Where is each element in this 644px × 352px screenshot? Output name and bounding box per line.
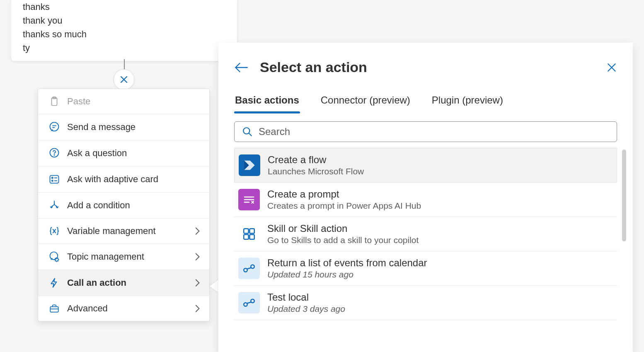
close-icon <box>118 74 130 85</box>
trigger-phrase: thank you <box>23 14 229 27</box>
cloud-flow-icon <box>238 292 260 313</box>
back-button[interactable] <box>234 62 248 73</box>
close-button[interactable] <box>606 62 617 73</box>
chat-icon <box>47 121 61 133</box>
tab-basic-actions[interactable]: Basic actions <box>234 91 300 113</box>
menu-label: Call an action <box>67 277 126 288</box>
menu-label: Advanced <box>67 303 108 314</box>
menu-call-action[interactable]: Call an action <box>38 270 209 296</box>
svg-point-8 <box>54 155 54 155</box>
prompt-icon <box>238 189 260 210</box>
node-context-menu: Paste Send a message Ask a question Ask … <box>38 89 210 321</box>
panel-title: Select an action <box>260 59 595 75</box>
action-subtitle: Launches Microsoft Flow <box>268 166 364 176</box>
action-title: Return a list of events from calendar <box>267 257 427 269</box>
search-box[interactable] <box>234 121 617 142</box>
lightning-icon <box>47 277 61 289</box>
menu-send-message[interactable]: Send a message <box>38 114 209 140</box>
trigger-phrase: thanks <box>23 0 229 14</box>
menu-topic-management[interactable]: Topic management <box>38 244 209 270</box>
tab-plugin[interactable]: Plugin (preview) <box>431 91 504 113</box>
menu-paste[interactable]: Paste <box>38 89 209 114</box>
svg-point-7 <box>50 148 59 157</box>
menu-ask-adaptive-card[interactable]: Ask with adaptive card <box>38 166 209 192</box>
menu-label: Send a message <box>67 122 136 133</box>
action-title: Skill or Skill action <box>267 223 419 234</box>
menu-variable-management[interactable]: Variable management <box>38 218 209 244</box>
close-icon <box>606 62 617 73</box>
chevron-right-icon <box>194 252 200 261</box>
svg-point-4 <box>50 122 59 131</box>
svg-point-12 <box>52 180 53 181</box>
menu-advanced[interactable]: Advanced <box>38 296 209 321</box>
chevron-right-icon <box>194 278 200 287</box>
action-title: Create a flow <box>268 154 364 166</box>
menu-add-condition[interactable]: Add a condition <box>38 192 209 218</box>
action-title: Create a prompt <box>267 188 421 200</box>
skill-grid-icon <box>238 223 260 245</box>
svg-rect-30 <box>244 234 248 239</box>
action-calendar-events[interactable]: Return a list of events from calendar Up… <box>234 251 617 286</box>
menu-label: Variable management <box>67 226 156 236</box>
card-form-icon <box>47 174 61 185</box>
power-automate-icon <box>239 154 260 176</box>
svg-point-10 <box>52 177 53 178</box>
clipboard-icon <box>47 96 61 107</box>
svg-rect-31 <box>249 234 254 239</box>
svg-rect-28 <box>244 229 248 233</box>
add-node-button[interactable] <box>114 69 134 90</box>
trigger-phrase: thanks so much <box>23 27 229 41</box>
svg-rect-29 <box>249 229 254 233</box>
svg-rect-9 <box>50 176 59 183</box>
menu-label: Add a condition <box>67 200 130 211</box>
action-subtitle: Updated 15 hours ago <box>267 270 427 280</box>
tab-connector[interactable]: Connector (preview) <box>320 91 411 113</box>
topic-gear-icon <box>47 251 61 263</box>
action-create-flow[interactable]: Create a flow Launches Microsoft Flow <box>234 148 617 183</box>
action-test-local[interactable]: Test local Updated 3 days ago <box>234 286 617 320</box>
scrollbar[interactable] <box>622 149 626 241</box>
select-action-panel: Select an action Basic actions Connector… <box>218 43 633 352</box>
menu-label: Ask with adaptive card <box>67 174 158 185</box>
action-subtitle: Creates a prompt in Power Apps AI Hub <box>267 201 421 211</box>
action-subtitle: Updated 3 days ago <box>267 304 345 314</box>
panel-header: Select an action <box>234 59 617 75</box>
action-title: Test local <box>267 292 345 303</box>
authoring-canvas: thanks thank you thanks so much ty Paste… <box>0 0 644 352</box>
flyout-arrow <box>210 280 219 293</box>
menu-ask-question[interactable]: Ask a question <box>38 140 209 166</box>
arrow-left-icon <box>234 62 248 73</box>
svg-line-24 <box>249 133 252 136</box>
cloud-flow-icon <box>238 258 260 279</box>
menu-label: Paste <box>67 96 90 107</box>
chevron-right-icon <box>194 227 200 236</box>
action-list: Create a flow Launches Microsoft Flow Cr… <box>234 148 617 320</box>
question-icon <box>47 147 61 159</box>
action-subtitle: Go to Skills to add a skill to your copi… <box>267 235 419 245</box>
svg-rect-18 <box>50 307 58 312</box>
branch-icon <box>47 200 61 211</box>
search-icon <box>242 126 253 137</box>
menu-label: Ask a question <box>67 148 127 159</box>
trigger-phrase: ty <box>23 41 229 55</box>
trigger-phrases-card[interactable]: thanks thank you thanks so much ty <box>11 0 237 61</box>
menu-label: Topic management <box>67 251 144 262</box>
action-create-prompt[interactable]: Create a prompt Creates a prompt in Powe… <box>234 183 617 217</box>
chevron-right-icon <box>194 304 200 313</box>
search-input[interactable] <box>259 126 609 137</box>
variable-icon <box>47 226 61 236</box>
panel-tabs: Basic actions Connector (preview) Plugin… <box>234 91 617 113</box>
action-skill[interactable]: Skill or Skill action Go to Skills to ad… <box>234 217 617 251</box>
toolbox-icon <box>47 303 61 314</box>
